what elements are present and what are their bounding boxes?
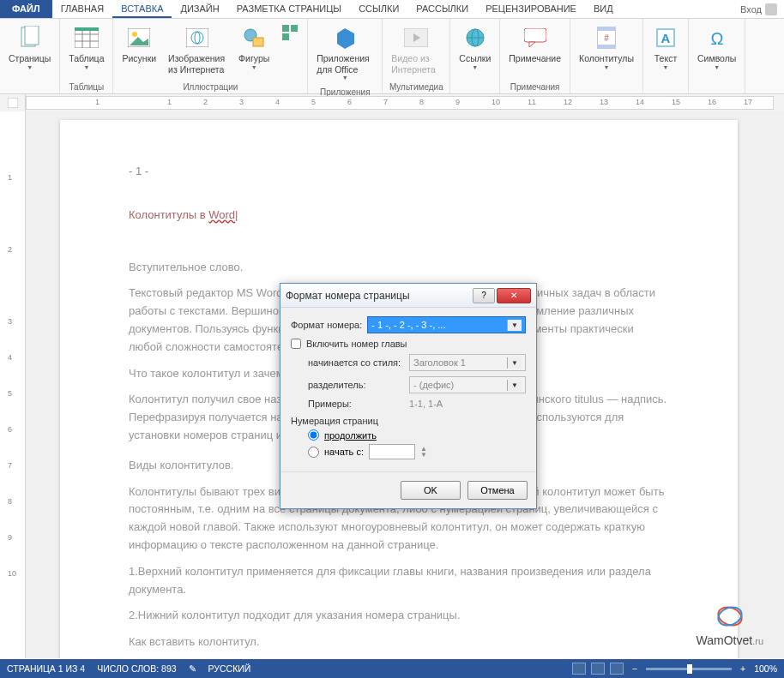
svg-point-36 — [715, 604, 744, 628]
separator-combo: - (дефис) ▼ — [409, 376, 526, 393]
links-icon — [461, 24, 489, 51]
pictures-icon — [125, 24, 153, 51]
start-at-input[interactable] — [369, 444, 415, 459]
table-button[interactable]: Таблица▼ — [63, 21, 109, 75]
continue-label: продолжить — [324, 430, 377, 441]
svg-rect-16 — [282, 25, 289, 32]
table-icon — [73, 24, 100, 51]
starts-with-style-label: начинается со стиля: — [308, 357, 404, 368]
zoom-out-button[interactable]: − — [629, 663, 641, 674]
paragraph: 1.Верхний колонтитул применяется для фик… — [129, 563, 669, 599]
horizontal-ruler: 1123456789101112131415161718 — [0, 94, 784, 111]
links-button[interactable]: Ссылки▼ — [454, 21, 496, 75]
header-footer-icon: # — [593, 24, 620, 51]
paragraph: Как вставить колонтитул. — [129, 633, 669, 651]
tab-mailings[interactable]: РАССЫЛКИ — [407, 0, 477, 18]
tab-file[interactable]: ФАЙЛ — [0, 0, 52, 18]
office-apps-button[interactable]: Приложения для Office▼ — [311, 21, 378, 86]
symbols-icon: Ω — [703, 24, 731, 51]
video-icon — [402, 24, 430, 51]
tab-page-layout[interactable]: РАЗМЕТКА СТРАНИЦЫ — [228, 0, 350, 18]
svg-rect-34 — [8, 98, 18, 108]
status-bar: СТРАНИЦА 1 ИЗ 4 ЧИСЛО СЛОВ: 893 ✎ РУССКИ… — [0, 659, 784, 678]
view-read-icon[interactable] — [572, 663, 586, 675]
online-pictures-button[interactable]: Изображения из Интернета — [163, 21, 232, 78]
tab-view[interactable]: ВИД — [585, 0, 622, 18]
page-number-format-dialog: Формат номера страницы ? ✕ Формат номера… — [280, 283, 537, 509]
svg-rect-1 — [25, 26, 39, 45]
cancel-button[interactable]: Отмена — [467, 481, 528, 500]
vertical-ruler[interactable]: 12345678910 — [0, 111, 26, 658]
close-button[interactable]: ✕ — [497, 288, 531, 303]
zoom-in-button[interactable]: + — [737, 663, 749, 674]
chevron-down-icon: ▼ — [507, 380, 522, 391]
svg-rect-17 — [291, 25, 298, 32]
comment-icon — [522, 24, 549, 51]
shapes-icon — [240, 24, 268, 51]
include-chapter-checkbox[interactable] — [291, 339, 301, 349]
start-at-radio[interactable] — [308, 447, 319, 458]
tab-review[interactable]: РЕЦЕНЗИРОВАНИЕ — [477, 0, 585, 18]
comment-button[interactable]: Примечание — [504, 21, 566, 68]
numbering-group-label: Нумерация страниц — [291, 416, 526, 426]
office-apps-icon — [331, 24, 359, 51]
style-combo: Заголовок 1 ▼ — [409, 354, 526, 371]
svg-text:A: A — [661, 31, 671, 45]
view-print-icon[interactable] — [591, 663, 605, 675]
header-footer-button[interactable]: # Колонтитулы▼ — [574, 21, 639, 75]
svg-rect-18 — [282, 33, 289, 40]
chevron-down-icon: ▼ — [507, 320, 522, 331]
svg-rect-15 — [253, 38, 263, 46]
svg-marker-19 — [337, 28, 354, 49]
pictures-button[interactable]: Рисунки — [117, 21, 161, 68]
include-chapter-label: Включить номер главы — [306, 339, 407, 349]
svg-text:#: # — [604, 33, 609, 43]
zoom-value[interactable]: 100% — [754, 663, 777, 674]
watermark: WamOtvet.ru — [697, 601, 763, 647]
status-language[interactable]: РУССКИЙ — [208, 663, 251, 674]
proofing-icon[interactable]: ✎ — [189, 663, 196, 674]
status-page[interactable]: СТРАНИЦА 1 ИЗ 4 — [7, 663, 85, 674]
tab-home[interactable]: ГЛАВНАЯ — [52, 0, 112, 18]
ok-button[interactable]: OK — [401, 481, 461, 500]
online-pictures-icon — [184, 24, 211, 51]
page-number: - 1 - — [129, 163, 669, 181]
separator-label: разделитель: — [308, 380, 404, 390]
svg-rect-28 — [597, 27, 616, 31]
symbols-button[interactable]: Ω Символы▼ — [692, 21, 741, 75]
chevron-down-icon: ▼ — [507, 357, 522, 369]
svg-rect-7 — [75, 27, 99, 31]
continue-radio[interactable] — [308, 429, 319, 441]
help-button[interactable]: ? — [473, 288, 495, 303]
pages-button[interactable]: Страницы▼ — [3, 21, 56, 75]
status-words[interactable]: ЧИСЛО СЛОВ: 893 — [97, 663, 176, 674]
text-button[interactable]: A Текст▼ — [647, 21, 684, 75]
tab-insert[interactable]: ВСТАВКА — [112, 0, 172, 18]
svg-rect-29 — [597, 45, 616, 49]
number-format-combo[interactable]: - 1 -, - 2 -, - 3 -, ... ▼ — [367, 316, 526, 333]
paragraph: 2.Нижний колонтитул подходит для указани… — [129, 607, 669, 625]
view-web-icon[interactable] — [610, 663, 624, 675]
document-title: Колонтитулы в Word| — [129, 207, 669, 225]
svg-point-9 — [132, 32, 137, 37]
menu-bar: ФАЙЛ ГЛАВНАЯ ВСТАВКА ДИЗАЙН РАЗМЕТКА СТР… — [0, 0, 784, 19]
login-button[interactable]: Вход — [733, 0, 784, 18]
ribbon: Страницы▼ Таблица▼ Таблицы Рисунки Изобр… — [0, 19, 784, 94]
zoom-slider[interactable] — [646, 668, 732, 670]
smartart-button[interactable] — [276, 21, 304, 46]
text-icon: A — [652, 24, 679, 51]
shapes-button[interactable]: Фигуры▼ — [233, 21, 274, 75]
start-at-label: начать с: — [324, 447, 364, 457]
svg-marker-26 — [529, 42, 535, 47]
dialog-titlebar[interactable]: Формат номера страницы ? ✕ — [280, 284, 536, 308]
examples-label: Примеры: — [308, 399, 404, 409]
paragraph: Вступительное слово. — [129, 259, 669, 277]
online-video-button: Видео из Интернета — [386, 21, 446, 78]
tab-design[interactable]: ДИЗАЙН — [172, 0, 227, 18]
ruler-corner — [0, 94, 26, 111]
pages-icon — [16, 24, 44, 51]
smartart-icon — [281, 24, 299, 41]
dialog-title: Формат номера страницы — [286, 290, 471, 302]
tab-references[interactable]: ССЫЛКИ — [350, 0, 407, 18]
svg-rect-25 — [524, 28, 546, 42]
